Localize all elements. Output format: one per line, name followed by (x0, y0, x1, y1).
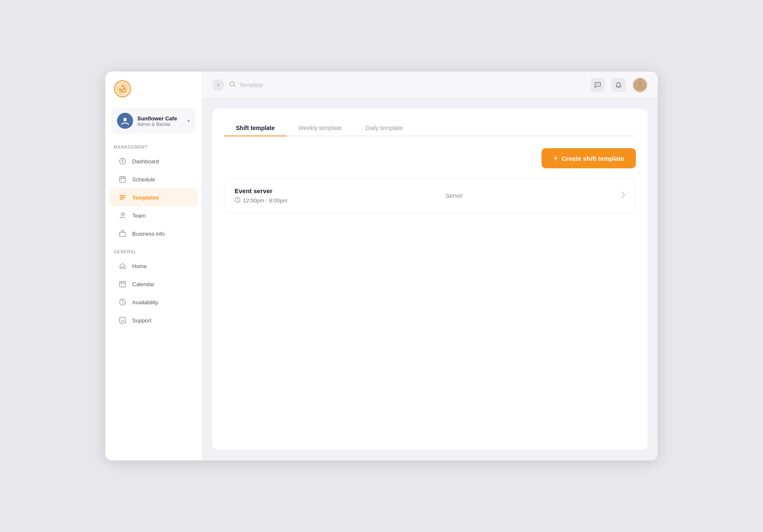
sidebar-item-label-availability: Availability (132, 299, 158, 306)
templates-icon (118, 193, 127, 202)
schedule-icon (118, 175, 127, 184)
shift-template-card[interactable]: Event server 12:00pm - 8:00pm Server (224, 178, 636, 213)
sidebar-item-templates[interactable]: Templates (109, 189, 197, 206)
sidebar-item-availability[interactable]: Availability (109, 293, 197, 311)
user-avatar[interactable] (632, 77, 648, 93)
collapse-sidebar-button[interactable]: ‹ (212, 79, 224, 91)
header-actions (590, 77, 648, 93)
search-icon (229, 81, 236, 89)
shift-time: 12:00pm - 8:00pm (235, 197, 288, 204)
tab-bar: Shift templateWeekly templateDaily templ… (224, 120, 636, 136)
dashboard-icon (118, 157, 127, 166)
sidebar-item-label-home: Home (132, 263, 147, 269)
sidebar-logo (105, 72, 202, 104)
calendar-icon: 8 (118, 279, 127, 289)
profile-name: Sunflower Cafe (137, 115, 183, 122)
sidebar-item-label-templates: Templates (132, 194, 159, 201)
sidebar-item-label-business-info: Business info (132, 231, 165, 237)
sidebar-item-team[interactable]: Team (109, 207, 197, 224)
svg-text:8: 8 (121, 284, 123, 287)
chevron-right-icon (621, 191, 625, 201)
shift-info: Event server 12:00pm - 8:00pm (235, 187, 288, 204)
sidebar-item-business-info[interactable]: Business info (109, 225, 197, 242)
svg-point-9 (121, 213, 124, 215)
sidebar-item-schedule[interactable]: Schedule (109, 170, 197, 188)
sidebar-profile[interactable]: Sunflower Cafe Admin & Barista ▾ (111, 108, 196, 134)
chevron-down-icon: ▾ (187, 118, 190, 124)
sidebar: Sunflower Cafe Admin & Barista ▾ MANAGEM… (105, 72, 202, 460)
collapse-icon: ‹ (217, 82, 219, 88)
sidebar-item-label-calendar: Calendar (132, 281, 155, 287)
team-icon (118, 211, 127, 220)
tab-shift-template[interactable]: Shift template (224, 120, 287, 136)
sidebar-item-dashboard[interactable]: Dashboard (109, 152, 197, 170)
availability-icon (118, 298, 127, 307)
general-section-label: GENERAL (105, 243, 202, 257)
support-icon: 24 (118, 316, 127, 325)
create-button-label: Create shift template (562, 155, 624, 162)
sidebar-item-label-dashboard: Dashboard (132, 158, 159, 165)
main-area: ‹ Template (202, 72, 658, 460)
svg-rect-7 (120, 177, 125, 182)
management-nav: Dashboard Schedule Templates Team Busine… (105, 152, 202, 243)
sidebar-item-label-schedule: Schedule (132, 176, 155, 183)
sidebar-item-home[interactable]: Home (109, 257, 197, 275)
svg-rect-11 (120, 232, 125, 237)
content-card: Shift templateWeekly templateDaily templ… (212, 109, 648, 450)
avatar (117, 113, 133, 129)
content-area: Shift templateWeekly templateDaily templ… (202, 98, 658, 460)
shift-cards-container: Event server 12:00pm - 8:00pm Server (224, 178, 636, 213)
shift-name: Event server (235, 187, 288, 194)
svg-rect-8 (121, 180, 122, 181)
clock-icon (235, 197, 240, 204)
shift-role: Server (446, 192, 463, 199)
svg-point-23 (638, 82, 642, 85)
shift-time-text: 12:00pm - 8:00pm (243, 197, 288, 204)
create-button-row: + Create shift template (224, 148, 636, 168)
chat-button[interactable] (590, 78, 605, 92)
svg-point-20 (598, 84, 599, 85)
svg-point-18 (596, 84, 597, 85)
tab-daily-template[interactable]: Daily template (354, 120, 415, 136)
profile-role: Admin & Barista (137, 122, 183, 127)
svg-point-19 (597, 84, 598, 85)
svg-text:24: 24 (121, 319, 124, 322)
svg-rect-12 (120, 282, 125, 287)
notifications-button[interactable] (611, 78, 626, 92)
sidebar-item-calendar[interactable]: 8 Calendar (109, 275, 197, 293)
general-nav: Home 8 Calendar Availability 24 Support (105, 257, 202, 330)
sidebar-item-support[interactable]: 24 Support (109, 311, 197, 329)
business-info-icon (118, 229, 127, 238)
profile-info: Sunflower Cafe Admin & Barista (137, 115, 183, 127)
svg-point-6 (121, 160, 124, 162)
search-placeholder[interactable]: Template (239, 82, 263, 88)
tab-weekly-template[interactable]: Weekly template (287, 120, 354, 136)
home-icon (118, 261, 127, 271)
sidebar-item-label-support: Support (132, 317, 152, 324)
app-container: Sunflower Cafe Admin & Barista ▾ MANAGEM… (105, 72, 658, 460)
header: ‹ Template (202, 72, 658, 98)
svg-point-4 (123, 118, 127, 121)
create-shift-template-button[interactable]: + Create shift template (542, 148, 636, 168)
management-section-label: MANAGEMENT (105, 138, 202, 152)
sidebar-item-label-team: Team (132, 213, 146, 219)
plus-icon: + (553, 154, 558, 162)
search-area: Template (229, 81, 585, 89)
